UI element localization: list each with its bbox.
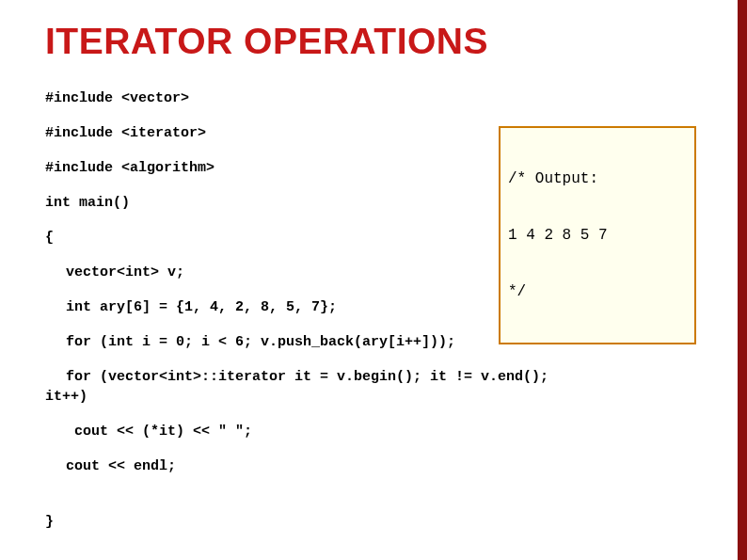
code-line: cout << (*it) << " "; — [45, 424, 702, 440]
code-line: it++) — [45, 389, 702, 406]
output-box: /* Output: 1 4 2 8 5 7 */ — [499, 126, 696, 344]
slide-title: ITERATOR OPERATIONS — [45, 21, 702, 62]
code-line: #include <vector> — [45, 90, 702, 107]
slide-content: ITERATOR OPERATIONS /* Output: 1 4 2 8 5… — [0, 0, 747, 531]
code-line: for (vector<int>::iterator it = v.begin(… — [45, 369, 702, 386]
output-line: /* Output: — [508, 169, 687, 188]
code-area: /* Output: 1 4 2 8 5 7 */ #include <vect… — [45, 90, 702, 531]
code-line: } — [45, 514, 702, 531]
spacer — [45, 493, 702, 514]
accent-bar — [738, 0, 747, 560]
output-line: */ — [508, 282, 687, 301]
code-line: cout << endl; — [45, 458, 702, 475]
output-line: 1 4 2 8 5 7 — [508, 226, 687, 245]
